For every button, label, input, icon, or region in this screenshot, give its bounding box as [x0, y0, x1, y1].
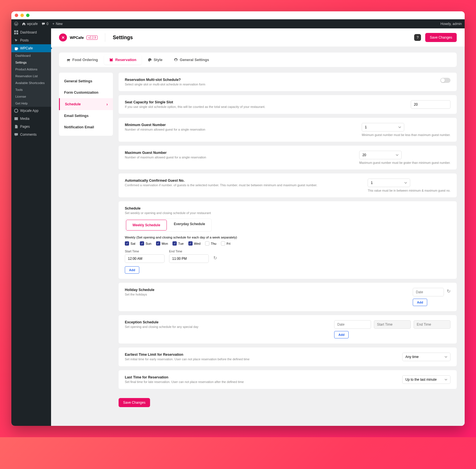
seat-input[interactable] [411, 100, 450, 109]
auto-guest-desc: Confirmed a reservation if number. of gu… [125, 183, 317, 187]
schedule-title: Schedule [125, 206, 450, 210]
exc-date-input[interactable] [334, 320, 371, 329]
wp-menu-wpcafe[interactable]: WPCafe [11, 44, 51, 52]
seat-title: Seat Capacity for Single Slot [125, 100, 265, 104]
checkbox-icon[interactable]: ✓ [140, 241, 144, 246]
chevron-right-icon: › [106, 102, 108, 106]
schedule-desc: Set weekly or opening and closing schedu… [125, 211, 450, 215]
wp-submenu-product-addons[interactable]: Product Addons [11, 66, 51, 73]
holiday-desc: Set the holidays [125, 293, 154, 296]
min-guest-title: Minimum Guest Number [125, 123, 205, 127]
weekly-label: Weekly (Set opening and closing schedule… [125, 236, 450, 239]
day-sat[interactable]: ✓Sat [125, 241, 135, 246]
auto-guest-title: Automatically Confirmed Guest No. [125, 179, 317, 183]
holiday-title: Holiday Schedule [125, 288, 154, 292]
wp-sidebar: DashboardPostsWPCafeDashboardSettingsPro… [11, 28, 51, 426]
seat-desc: If you use single slot schedule option, … [125, 105, 265, 108]
sidebar-item-email-settings[interactable]: Email Settings [59, 110, 113, 122]
day-thu[interactable]: Thu [205, 241, 216, 246]
help-icon[interactable]: ? [414, 34, 421, 41]
wp-menu-comments[interactable]: Comments [11, 131, 51, 139]
wp-submenu-available-shortcodes[interactable]: Available Shortcodes [11, 79, 51, 86]
end-time-label: End Time [169, 250, 209, 253]
checkbox-icon[interactable] [205, 241, 209, 246]
wp-submenu-get-help[interactable]: Get Help [11, 100, 51, 107]
wp-logo-icon[interactable] [14, 22, 18, 26]
earliest-desc: Set initial time for early reservation. … [125, 357, 250, 361]
multi-slot-toggle[interactable] [440, 78, 450, 83]
max-guest-select[interactable]: 20 [359, 151, 402, 159]
multi-slot-title: Reservation Multi-slot Schedule? [125, 78, 205, 82]
new-link[interactable]: + New [52, 22, 63, 26]
start-time-label: Start Time [125, 250, 165, 253]
tab-weekly[interactable]: Weekly Schedule [126, 220, 167, 231]
brand-name: WPCafe [70, 35, 84, 40]
max-guest-desc: Number of maximum allowed guest for a si… [125, 156, 206, 159]
page-title: Settings [113, 35, 133, 41]
site-link[interactable]: wpcafe [22, 22, 38, 26]
wp-submenu-license[interactable]: License [11, 93, 51, 100]
wp-submenu-settings[interactable]: Settings [11, 59, 51, 66]
wp-menu-pages[interactable]: Pages [11, 123, 51, 131]
top-tabs: Food OrderingReservationStyleGeneral Set… [59, 53, 457, 67]
sidebar-item-schedule[interactable]: Schedule› [59, 98, 113, 110]
tab-food-ordering[interactable]: Food Ordering [61, 55, 103, 65]
wp-adminbar: wpcafe 0 + New Howdy, admin [11, 19, 465, 28]
exception-title: Exception Schedule [125, 320, 198, 324]
plugin-topbar: ✕ WPCafe v2.2.9 Settings ? Save Changes [51, 28, 465, 47]
multi-slot-desc: Select single slot or multi-slot schedul… [125, 83, 205, 86]
checkbox-icon[interactable]: ✓ [125, 241, 129, 246]
earliest-title: Earliest Time Limit for Reservation [125, 353, 250, 357]
wp-menu-posts[interactable]: Posts [11, 36, 51, 44]
tab-reservation[interactable]: Reservation [104, 55, 141, 65]
tab-general-settings[interactable]: General Settings [169, 55, 214, 65]
holiday-date-input[interactable] [413, 288, 444, 296]
tab-everyday[interactable]: Everyday Schedule [168, 219, 211, 231]
checkbox-icon[interactable]: ✓ [172, 241, 177, 246]
exc-start-input[interactable] [374, 320, 411, 329]
exc-end-input[interactable] [414, 320, 450, 329]
start-time-input[interactable] [125, 254, 165, 263]
save-button[interactable]: Save Changes [425, 33, 457, 42]
checkbox-icon[interactable]: ✓ [156, 241, 160, 246]
last-desc: Set final time for late reservation. Use… [125, 380, 244, 384]
save-button-bottom[interactable]: Save Changes [119, 398, 150, 407]
last-title: Last Time for Reservation [125, 375, 244, 379]
wp-menu-wpcafe-app[interactable]: Wpcafe App [11, 107, 51, 115]
checkbox-icon[interactable]: ✓ [188, 241, 193, 246]
day-fri[interactable]: Fri [221, 241, 230, 246]
day-tue[interactable]: ✓Tue [172, 241, 184, 246]
add-holiday-button[interactable]: Add [413, 299, 427, 306]
howdy-link[interactable]: Howdy, admin [441, 22, 462, 26]
wpcafe-logo-icon: ✕ [59, 34, 67, 41]
add-schedule-button[interactable]: Add [125, 266, 139, 274]
end-time-input[interactable] [169, 254, 209, 263]
wp-submenu-reservation-list[interactable]: Reservation List [11, 73, 51, 79]
day-wed[interactable]: ✓Wed [188, 241, 201, 246]
min-guest-select[interactable]: 1 [362, 123, 404, 131]
min-guest-desc: Number of minimum allowed guest for a si… [125, 128, 205, 131]
refresh-icon[interactable]: ↻ [447, 288, 450, 296]
day-mon[interactable]: ✓Mon [156, 241, 168, 246]
auto-guest-select[interactable]: 1 [368, 179, 410, 187]
checkbox-icon[interactable] [221, 241, 225, 246]
sidebar-item-form-customization[interactable]: Form Customization [59, 87, 113, 98]
tab-style[interactable]: Style [143, 55, 168, 65]
day-sun[interactable]: ✓Sun [140, 241, 151, 246]
wp-menu-media[interactable]: Media [11, 115, 51, 123]
version-badge: v2.2.9 [87, 35, 98, 40]
auto-guest-hint: This value must be in between minimum & … [368, 189, 450, 192]
exception-desc: Set opening and closing schedule for any… [125, 325, 198, 328]
wp-submenu-tools[interactable]: Tools [11, 86, 51, 93]
refresh-icon[interactable]: ↻ [213, 255, 217, 263]
max-guest-hint: Maximum guest number must be grater than… [359, 161, 450, 164]
add-exception-button[interactable]: Add [334, 331, 349, 338]
settings-sidebar: General SettingsForm CustomizationSchedu… [59, 73, 113, 136]
comments-link[interactable]: 0 [42, 22, 49, 26]
earliest-select[interactable]: Any time [402, 353, 450, 361]
sidebar-item-general-settings[interactable]: General Settings [59, 76, 113, 87]
sidebar-item-notification-email[interactable]: Notification Email [59, 122, 113, 133]
last-select[interactable]: Up to the last minute [402, 375, 450, 384]
wp-submenu-dashboard[interactable]: Dashboard [11, 52, 51, 59]
wp-menu-dashboard[interactable]: Dashboard [11, 28, 51, 36]
